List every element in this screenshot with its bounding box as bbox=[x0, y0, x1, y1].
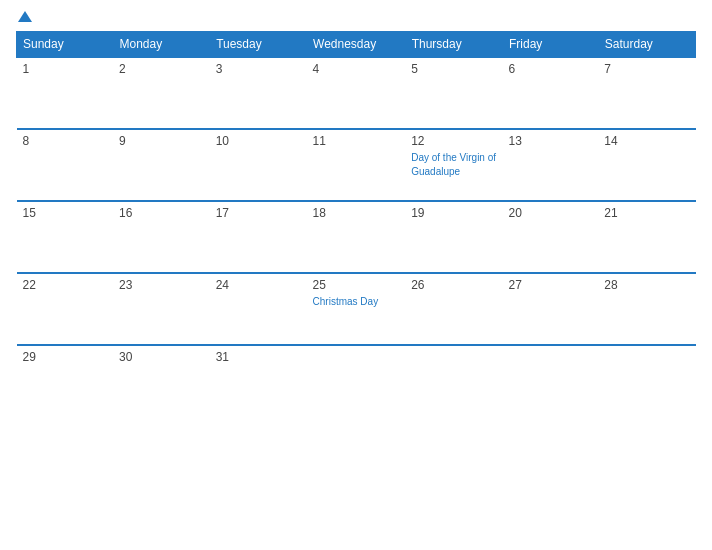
calendar-cell: 15 bbox=[17, 201, 113, 273]
day-number: 9 bbox=[119, 134, 204, 148]
logo-triangle-icon bbox=[18, 11, 32, 22]
day-number: 31 bbox=[216, 350, 301, 364]
day-number: 4 bbox=[313, 62, 400, 76]
calendar-cell: 27 bbox=[503, 273, 599, 345]
day-number: 6 bbox=[509, 62, 593, 76]
day-number: 27 bbox=[509, 278, 593, 292]
calendar-cell: 19 bbox=[405, 201, 502, 273]
header bbox=[16, 12, 696, 23]
calendar-cell: 30 bbox=[113, 345, 210, 417]
calendar-cell bbox=[307, 345, 406, 417]
calendar-cell: 1 bbox=[17, 57, 113, 129]
day-number: 20 bbox=[509, 206, 593, 220]
calendar-cell: 16 bbox=[113, 201, 210, 273]
calendar-cell: 31 bbox=[210, 345, 307, 417]
day-number: 22 bbox=[23, 278, 107, 292]
day-number: 14 bbox=[604, 134, 689, 148]
calendar-cell: 11 bbox=[307, 129, 406, 201]
day-number: 17 bbox=[216, 206, 301, 220]
col-sunday: Sunday bbox=[17, 32, 113, 58]
calendar-cell: 18 bbox=[307, 201, 406, 273]
calendar-week-row: 89101112Day of the Virgin of Guadalupe13… bbox=[17, 129, 696, 201]
col-friday: Friday bbox=[503, 32, 599, 58]
day-number: 15 bbox=[23, 206, 107, 220]
calendar-cell: 24 bbox=[210, 273, 307, 345]
calendar-cell: 29 bbox=[17, 345, 113, 417]
holiday-label: Day of the Virgin of Guadalupe bbox=[411, 152, 496, 177]
calendar-cell: 6 bbox=[503, 57, 599, 129]
calendar-week-row: 22232425Christmas Day262728 bbox=[17, 273, 696, 345]
calendar-cell bbox=[598, 345, 695, 417]
calendar-cell: 8 bbox=[17, 129, 113, 201]
day-number: 10 bbox=[216, 134, 301, 148]
day-number: 11 bbox=[313, 134, 400, 148]
calendar-cell: 3 bbox=[210, 57, 307, 129]
col-tuesday: Tuesday bbox=[210, 32, 307, 58]
day-number: 7 bbox=[604, 62, 689, 76]
calendar-week-row: 15161718192021 bbox=[17, 201, 696, 273]
calendar-cell bbox=[503, 345, 599, 417]
col-thursday: Thursday bbox=[405, 32, 502, 58]
calendar-cell: 25Christmas Day bbox=[307, 273, 406, 345]
calendar-cell: 14 bbox=[598, 129, 695, 201]
calendar-cell: 2 bbox=[113, 57, 210, 129]
calendar-table: Sunday Monday Tuesday Wednesday Thursday… bbox=[16, 31, 696, 417]
day-number: 26 bbox=[411, 278, 496, 292]
calendar-cell: 5 bbox=[405, 57, 502, 129]
calendar-cell: 13 bbox=[503, 129, 599, 201]
holiday-label: Christmas Day bbox=[313, 296, 379, 307]
day-number: 12 bbox=[411, 134, 496, 148]
col-wednesday: Wednesday bbox=[307, 32, 406, 58]
calendar-cell: 4 bbox=[307, 57, 406, 129]
day-number: 8 bbox=[23, 134, 107, 148]
day-number: 29 bbox=[23, 350, 107, 364]
day-number: 25 bbox=[313, 278, 400, 292]
day-number: 19 bbox=[411, 206, 496, 220]
col-monday: Monday bbox=[113, 32, 210, 58]
day-number: 23 bbox=[119, 278, 204, 292]
day-number: 21 bbox=[604, 206, 689, 220]
calendar-page: Sunday Monday Tuesday Wednesday Thursday… bbox=[0, 0, 712, 550]
col-saturday: Saturday bbox=[598, 32, 695, 58]
day-number: 2 bbox=[119, 62, 204, 76]
calendar-cell: 26 bbox=[405, 273, 502, 345]
calendar-cell: 12Day of the Virgin of Guadalupe bbox=[405, 129, 502, 201]
day-number: 3 bbox=[216, 62, 301, 76]
calendar-cell: 10 bbox=[210, 129, 307, 201]
day-number: 1 bbox=[23, 62, 107, 76]
day-number: 24 bbox=[216, 278, 301, 292]
day-number: 13 bbox=[509, 134, 593, 148]
calendar-cell bbox=[405, 345, 502, 417]
calendar-cell: 7 bbox=[598, 57, 695, 129]
logo bbox=[16, 12, 32, 23]
calendar-cell: 20 bbox=[503, 201, 599, 273]
day-number: 5 bbox=[411, 62, 496, 76]
calendar-cell: 17 bbox=[210, 201, 307, 273]
weekday-header-row: Sunday Monday Tuesday Wednesday Thursday… bbox=[17, 32, 696, 58]
calendar-week-row: 1234567 bbox=[17, 57, 696, 129]
calendar-week-row: 293031 bbox=[17, 345, 696, 417]
calendar-cell: 28 bbox=[598, 273, 695, 345]
calendar-cell: 22 bbox=[17, 273, 113, 345]
day-number: 28 bbox=[604, 278, 689, 292]
day-number: 30 bbox=[119, 350, 204, 364]
calendar-cell: 21 bbox=[598, 201, 695, 273]
day-number: 16 bbox=[119, 206, 204, 220]
day-number: 18 bbox=[313, 206, 400, 220]
calendar-cell: 9 bbox=[113, 129, 210, 201]
calendar-cell: 23 bbox=[113, 273, 210, 345]
